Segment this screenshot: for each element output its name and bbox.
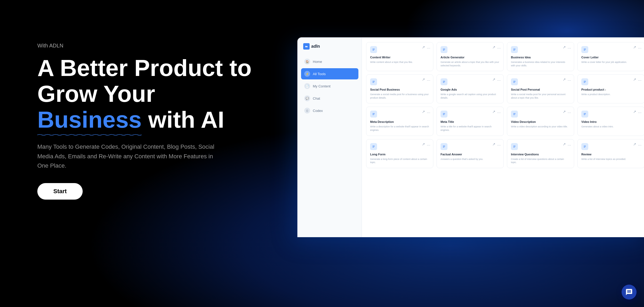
expand-icon[interactable]: ↗ [492,142,495,146]
home-icon: 🏠 [304,59,310,64]
chat-icon: 💬 [304,95,310,101]
expand-icon[interactable]: ↗ [563,77,566,82]
expand-icon[interactable]: ↗ [563,110,566,114]
tool-card-title: Meta Title [441,120,500,123]
hero-description: Many Tools to Generate Codes, Original C… [37,142,224,170]
sidebar-item-alltools[interactable]: ⚡ All Tools [301,68,358,79]
more-icon[interactable]: … [567,77,571,82]
expand-icon[interactable]: ↗ [563,45,566,49]
sidebar-item-mycontent[interactable]: 📄 My Content [301,80,358,92]
sidebar-item-chat[interactable]: 💬 Chat [301,93,358,104]
sidebar-label-mycontent: My Content [313,84,330,88]
tool-card-desc: Write a description for a website that'l… [370,125,429,132]
tool-card-actions: ↗ … [563,77,571,82]
logo-icon [303,43,310,50]
more-icon[interactable]: … [567,110,571,114]
tool-card-actions: ↗ … [422,110,430,114]
chat-widget-button[interactable] [622,285,637,300]
tool-card-actions: ↗ … [633,110,642,114]
expand-icon[interactable]: ↗ [422,77,425,82]
tool-card-desc: Write a title for a website that'll appe… [441,125,500,132]
expand-icon[interactable]: ↗ [633,45,636,49]
more-icon[interactable]: … [427,45,430,49]
tool-icon [441,143,447,150]
tool-card[interactable]: ↗ … Google Ads Write a google search ad … [437,74,504,103]
tool-card-desc: Write a product description. [581,93,641,96]
tool-card-desc: Answers a question that's asked by you. [441,157,500,161]
tool-card-desc: Write a video description according to y… [511,125,570,128]
expand-icon[interactable]: ↗ [492,110,495,114]
more-icon[interactable]: … [567,142,571,146]
tool-card[interactable]: ↗ … Video Intro Generates about a video … [577,107,644,136]
alltools-icon: ⚡ [304,71,310,77]
tool-card[interactable]: ↗ … Social Post Business Generate a soci… [366,74,433,103]
tool-card-desc: Write a google search ad caption using y… [441,93,500,99]
tool-card-actions: ↗ … [492,45,501,49]
more-icon[interactable]: … [497,110,501,114]
tool-card-actions: ↗ … [492,77,501,82]
tool-icon [581,78,588,85]
more-icon[interactable]: … [638,110,642,114]
more-icon[interactable]: … [497,45,501,49]
more-icon[interactable]: … [427,142,430,146]
tool-card-title: Google Ads [441,88,500,91]
more-icon[interactable]: … [497,77,501,82]
expand-icon[interactable]: ↗ [633,77,636,82]
tool-icon [370,111,377,118]
tool-card-title: Cover Letter [581,56,641,59]
tool-card[interactable]: ↗ … Meta Title Write a title for a websi… [437,107,504,136]
tool-card-title: Business Idea [511,56,570,59]
tool-card-title: Interview Questions [511,153,570,156]
sidebar-label-alltools: All Tools [313,72,326,76]
tool-card[interactable]: ↗ … Factual Answer Answers a question th… [437,139,504,168]
tool-card[interactable]: ↗ … Business Idea Generates a business i… [507,42,574,71]
start-button[interactable]: Start [37,183,83,200]
tool-card-desc: Generate a long-form piece of content ab… [370,157,429,164]
tool-card-desc: Generates a business idea related to you… [511,60,570,67]
tool-card-actions: ↗ … [422,45,430,49]
tool-card[interactable]: ↗ … Video Description Write a video desc… [507,107,574,136]
tool-card-title: Long Form [370,153,429,156]
more-icon[interactable]: … [427,77,430,82]
expand-icon[interactable]: ↗ [633,142,636,146]
sidebar-item-codex[interactable]: ⟨⟩ Codex [301,105,358,116]
tool-card[interactable]: ↗ … Long Form Generate a long-form piece… [366,139,433,168]
tool-icon [441,46,447,53]
tool-card-title: Video Description [511,120,570,123]
tool-card-desc: Write a list of interview topics as prov… [581,157,641,161]
more-icon[interactable]: … [567,45,571,49]
tool-card-title: Social Post Personal [511,88,570,91]
expand-icon[interactable]: ↗ [563,142,566,146]
more-icon[interactable]: … [497,142,501,146]
tool-card[interactable]: ↗ … Review Write a list of interview top… [577,139,644,168]
tool-card-actions: ↗ … [563,45,571,49]
tool-card[interactable]: ↗ … Social Post Personal Write a social … [507,74,574,103]
expand-icon[interactable]: ↗ [633,110,636,114]
tool-card-actions: ↗ … [422,142,430,146]
app-content: ↗ … Content Writer Write content about a… [362,38,644,237]
tool-card-actions: ↗ … [633,45,642,49]
tool-icon [370,78,377,85]
more-icon[interactable]: … [638,77,642,82]
tool-card-actions: ↗ … [633,142,642,146]
tool-card[interactable]: ↗ … Cover Letter Write a cover letter fo… [577,42,644,71]
tool-icon [581,46,588,53]
tool-icon [511,111,518,118]
expand-icon[interactable]: ↗ [422,142,425,146]
tool-card[interactable]: ↗ … Meta Description Write a description… [366,107,433,136]
sidebar-item-home[interactable]: 🏠 Home [301,56,358,67]
hero-title-blue: Business [37,107,142,133]
tool-card[interactable]: ↗ … Interview Questions Create a list of… [507,139,574,168]
more-icon[interactable]: … [638,45,642,49]
sidebar-label-chat: Chat [313,96,320,100]
tool-card[interactable]: ↗ … Product product - Write a product de… [577,74,644,103]
expand-icon[interactable]: ↗ [492,45,495,49]
expand-icon[interactable]: ↗ [492,77,495,82]
codex-icon: ⟨⟩ [304,108,310,114]
expand-icon[interactable]: ↗ [422,110,425,114]
tool-card[interactable]: ↗ … Content Writer Write content about a… [366,42,433,71]
more-icon[interactable]: … [638,142,642,146]
more-icon[interactable]: … [427,110,430,114]
tool-card[interactable]: ↗ … Article Generator Generate an articl… [437,42,504,71]
expand-icon[interactable]: ↗ [422,45,425,49]
